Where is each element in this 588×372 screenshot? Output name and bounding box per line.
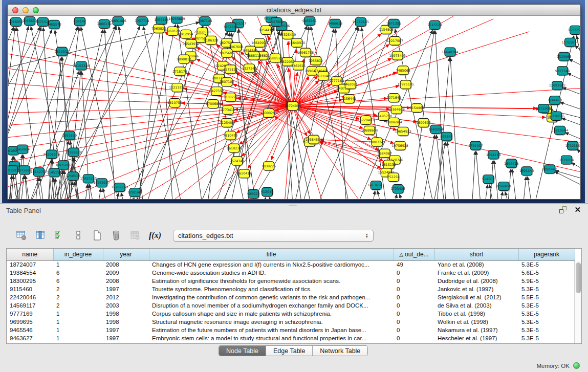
cell-short[interactable]: Dudbridge et al. (2008)	[434, 277, 518, 285]
citation-edge-black[interactable]	[412, 31, 434, 199]
table-row[interactable]: 977716911998Corpus callosum shape and si…	[7, 310, 575, 318]
citation-edge-red[interactable]	[293, 87, 580, 106]
network-node[interactable]: 16648784	[442, 48, 458, 56]
cell-name[interactable]: 9463627	[7, 334, 53, 342]
network-node[interactable]: 2156441	[342, 95, 356, 103]
cell-title[interactable]: Tourette syndrome. Phenomenology and cla…	[149, 285, 394, 293]
tab-edge-table[interactable]: Edge Table	[266, 346, 313, 356]
network-node[interactable]: 18300295	[260, 108, 277, 117]
cell-name[interactable]: 9699695	[7, 318, 53, 326]
citation-edge-black[interactable]	[121, 193, 125, 199]
network-node[interactable]: 6791917	[468, 141, 483, 150]
select-all-icon[interactable]	[53, 229, 66, 242]
table-row[interactable]: 1830029562008Estimation of significance …	[7, 277, 575, 285]
cell-name[interactable]: 18300295	[7, 277, 53, 285]
cell-in_degree[interactable]: 2	[53, 301, 103, 310]
citation-edge-black[interactable]	[561, 118, 580, 126]
network-node[interactable]: 15751074	[562, 38, 578, 47]
network-node[interactable]: 1250513	[66, 172, 80, 181]
table-row[interactable]: 2242004622012Investigating the contribut…	[7, 293, 575, 301]
network-node[interactable]: 14136141	[367, 181, 384, 190]
tab-node-table[interactable]: Node Table	[219, 346, 266, 356]
network-node[interactable]: 1771034	[559, 156, 574, 164]
citation-edge-black[interactable]	[485, 185, 488, 199]
network-node[interactable]: 1292346	[127, 188, 142, 197]
network-node[interactable]: 1621045	[316, 72, 331, 80]
network-node[interactable]: 15720407	[358, 116, 374, 124]
network-node[interactable]: 9875685	[220, 49, 234, 57]
cell-name[interactable]: 9115460	[7, 285, 53, 293]
network-node[interactable]: 1692450	[496, 182, 511, 191]
cell-title[interactable]: Corpus callosum shape and size in male p…	[149, 310, 394, 318]
network-canvas[interactable]: 1872400779638228960128891295422260538982…	[8, 16, 580, 199]
cell-short[interactable]: de Silva et al. (2003)	[434, 301, 518, 310]
function-builder-icon[interactable]: f(x)	[148, 231, 162, 240]
table-row[interactable]: 1872400712008Changes of HCN gene express…	[7, 260, 575, 269]
table-settings-icon[interactable]	[15, 229, 28, 242]
tab-network-table[interactable]: Network Table	[313, 346, 367, 356]
network-node[interactable]: 1254419	[259, 26, 273, 34]
network-node[interactable]: 12210564	[552, 126, 568, 135]
network-node[interactable]: 894144	[74, 17, 86, 26]
network-node[interactable]: 9890817	[177, 55, 191, 63]
table-row[interactable]: 969969511998Structural magnetic resonanc…	[7, 318, 575, 326]
citation-edge-black[interactable]	[577, 149, 580, 156]
network-graph[interactable]: 1872400779638228960128891295422260538982…	[8, 16, 580, 199]
cell-title[interactable]: Genome-wide association studies in ADHD.	[149, 269, 394, 277]
cell-out_degree[interactable]: 0	[394, 334, 434, 342]
network-node[interactable]: 16961758	[297, 48, 314, 57]
network-node[interactable]: 2016051	[9, 17, 23, 26]
table-select[interactable]: citations_edges.txt ▲▼	[173, 230, 374, 242]
citation-edge-black[interactable]	[555, 171, 580, 184]
citation-edge-red[interactable]	[274, 117, 314, 140]
citation-edge-black[interactable]	[494, 160, 498, 199]
network-node[interactable]: 1830225	[262, 162, 276, 170]
citation-edge-black[interactable]	[269, 197, 272, 199]
cell-year[interactable]: 1998	[103, 318, 149, 326]
cell-pagerank[interactable]: 5.9E-5	[518, 277, 575, 285]
network-node[interactable]: 1733426	[390, 185, 405, 193]
cell-short[interactable]: Nakamura et al. (1997)	[434, 326, 518, 334]
network-node[interactable]: 7125400	[220, 118, 234, 127]
network-node[interactable]: 1694118	[486, 150, 500, 159]
network-node[interactable]: 7515524	[427, 20, 442, 29]
citation-edge-black[interactable]	[85, 184, 88, 199]
network-node[interactable]: 20206576	[43, 150, 60, 159]
column-header-name[interactable]: name	[7, 249, 53, 260]
citation-edge-black[interactable]	[90, 184, 94, 199]
network-node[interactable]: 1405572	[47, 20, 61, 29]
network-node[interactable]: 1640354	[428, 125, 443, 134]
citation-edge-black[interactable]	[81, 27, 120, 199]
cell-short[interactable]: Yano et al. (2008)	[434, 260, 518, 269]
citation-edge-black[interactable]	[472, 151, 475, 199]
network-node[interactable]: 1117254	[568, 26, 580, 34]
network-node[interactable]: 9046613	[23, 16, 37, 25]
cell-title[interactable]: Estimation of the future numbers of pati…	[149, 326, 394, 334]
cell-pagerank[interactable]: 5.3E-5	[518, 326, 575, 334]
citation-edge-black[interactable]	[311, 27, 350, 199]
network-node[interactable]: 1069114	[154, 16, 168, 24]
network-node[interactable]: 2610310	[55, 47, 69, 56]
minimize-window-button[interactable]	[23, 7, 29, 13]
network-node[interactable]: 3607100	[220, 78, 234, 86]
citation-edge-black[interactable]	[40, 178, 44, 199]
cell-title[interactable]: Embryonic stem cells: a model to study s…	[149, 334, 394, 342]
cell-in_degree[interactable]: 1	[53, 310, 103, 318]
network-node[interactable]: 1694418	[504, 159, 518, 168]
citation-edge-black[interactable]	[400, 194, 403, 199]
citation-edge-red[interactable]	[8, 82, 293, 106]
network-node[interactable]: 9671355	[386, 19, 401, 28]
network-node[interactable]: 8215955	[536, 104, 551, 113]
network-node[interactable]: 9773413	[221, 106, 235, 115]
table-row[interactable]: 911546021997Tourette syndrome. Phenomeno…	[7, 285, 575, 293]
citation-edge-black[interactable]	[560, 102, 580, 111]
column-header-out_degree[interactable]: △out_de...	[394, 249, 434, 260]
cell-name[interactable]: 18724007	[7, 260, 53, 269]
cell-in_degree[interactable]: 1	[53, 318, 103, 326]
citation-edge-black[interactable]	[373, 191, 375, 199]
close-window-button[interactable]	[12, 7, 18, 13]
citation-edge-black[interactable]	[572, 163, 580, 170]
close-panel-icon[interactable]: ✕	[574, 206, 581, 213]
cell-out_degree[interactable]: 0	[394, 310, 434, 318]
cell-in_degree[interactable]: 1	[53, 334, 103, 342]
